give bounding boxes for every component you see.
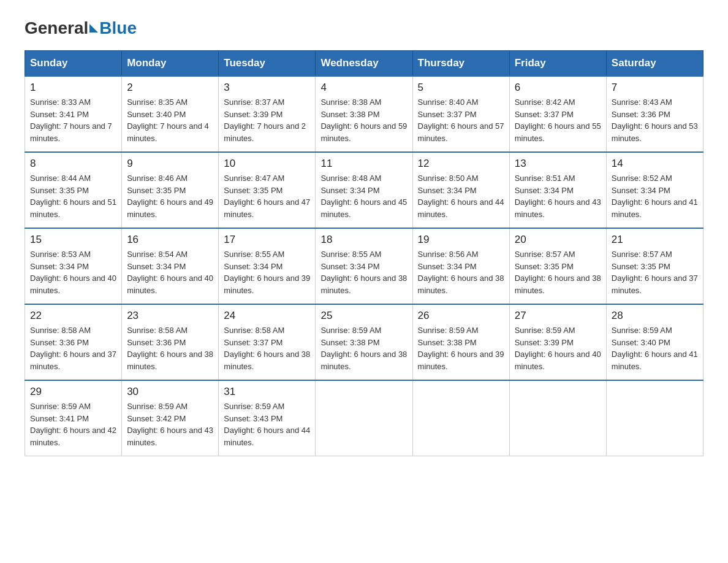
day-number: 11: [320, 158, 407, 170]
day-number: 14: [612, 158, 698, 170]
day-header-saturday: Saturday: [606, 51, 703, 77]
day-info: Sunrise: 8:55 AMSunset: 3:34 PMDaylight:…: [320, 250, 407, 295]
day-cell: 27 Sunrise: 8:59 AMSunset: 3:39 PMDaylig…: [509, 304, 606, 380]
day-number: 7: [612, 82, 698, 94]
day-header-sunday: Sunday: [25, 51, 122, 77]
day-info: Sunrise: 8:43 AMSunset: 3:36 PMDaylight:…: [612, 98, 698, 143]
day-header-thursday: Thursday: [412, 51, 509, 77]
day-number: 15: [30, 234, 116, 246]
day-number: 27: [515, 310, 601, 322]
day-cell: 31 Sunrise: 8:59 AMSunset: 3:43 PMDaylig…: [219, 380, 316, 456]
day-number: 29: [30, 386, 116, 398]
day-cell: 6 Sunrise: 8:42 AMSunset: 3:37 PMDayligh…: [509, 76, 606, 152]
day-number: 24: [224, 310, 310, 322]
day-number: 28: [612, 310, 698, 322]
day-number: 1: [30, 82, 116, 94]
day-number: 25: [320, 310, 407, 322]
day-number: 22: [30, 310, 116, 322]
day-info: Sunrise: 8:59 AMSunset: 3:38 PMDaylight:…: [320, 326, 407, 371]
day-cell: [412, 380, 509, 456]
day-info: Sunrise: 8:33 AMSunset: 3:41 PMDaylight:…: [30, 98, 112, 143]
day-info: Sunrise: 8:59 AMSunset: 3:41 PMDaylight:…: [30, 402, 116, 447]
day-number: 4: [320, 82, 407, 94]
day-cell: 3 Sunrise: 8:37 AMSunset: 3:39 PMDayligh…: [219, 76, 316, 152]
day-number: 19: [418, 234, 504, 246]
week-row-3: 15 Sunrise: 8:53 AMSunset: 3:34 PMDaylig…: [25, 228, 703, 304]
day-number: 23: [127, 310, 213, 322]
logo-general-text: General: [25, 18, 88, 38]
day-number: 21: [612, 234, 698, 246]
logo-arrow-icon: [89, 24, 98, 33]
day-cell: 8 Sunrise: 8:44 AMSunset: 3:35 PMDayligh…: [25, 152, 122, 228]
day-info: Sunrise: 8:37 AMSunset: 3:39 PMDaylight:…: [224, 98, 306, 143]
day-info: Sunrise: 8:47 AMSunset: 3:35 PMDaylight:…: [224, 174, 310, 219]
day-info: Sunrise: 8:42 AMSunset: 3:37 PMDaylight:…: [515, 98, 601, 143]
day-number: 3: [224, 82, 310, 94]
day-number: 17: [224, 234, 310, 246]
day-cell: 18 Sunrise: 8:55 AMSunset: 3:34 PMDaylig…: [316, 228, 412, 304]
day-info: Sunrise: 8:44 AMSunset: 3:35 PMDaylight:…: [30, 174, 116, 219]
day-cell: 15 Sunrise: 8:53 AMSunset: 3:34 PMDaylig…: [25, 228, 122, 304]
day-cell: 22 Sunrise: 8:58 AMSunset: 3:36 PMDaylig…: [25, 304, 122, 380]
day-info: Sunrise: 8:50 AMSunset: 3:34 PMDaylight:…: [418, 174, 504, 219]
day-number: 18: [320, 234, 407, 246]
day-number: 12: [418, 158, 504, 170]
day-info: Sunrise: 8:57 AMSunset: 3:35 PMDaylight:…: [612, 250, 698, 295]
day-cell: 21 Sunrise: 8:57 AMSunset: 3:35 PMDaylig…: [606, 228, 703, 304]
day-cell: [316, 380, 412, 456]
day-info: Sunrise: 8:59 AMSunset: 3:43 PMDaylight:…: [224, 402, 310, 447]
day-number: 6: [515, 82, 601, 94]
day-info: Sunrise: 8:58 AMSunset: 3:37 PMDaylight:…: [224, 326, 310, 371]
day-cell: 28 Sunrise: 8:59 AMSunset: 3:40 PMDaylig…: [606, 304, 703, 380]
day-number: 26: [418, 310, 504, 322]
day-cell: 1 Sunrise: 8:33 AMSunset: 3:41 PMDayligh…: [25, 76, 122, 152]
day-number: 30: [127, 386, 213, 398]
day-info: Sunrise: 8:38 AMSunset: 3:38 PMDaylight:…: [320, 98, 407, 143]
day-info: Sunrise: 8:35 AMSunset: 3:40 PMDaylight:…: [127, 98, 209, 143]
day-cell: 11 Sunrise: 8:48 AMSunset: 3:34 PMDaylig…: [316, 152, 412, 228]
day-header-wednesday: Wednesday: [316, 51, 412, 77]
day-header-friday: Friday: [509, 51, 606, 77]
day-info: Sunrise: 8:51 AMSunset: 3:34 PMDaylight:…: [515, 174, 601, 219]
day-info: Sunrise: 8:48 AMSunset: 3:34 PMDaylight:…: [320, 174, 407, 219]
calendar-table: SundayMondayTuesdayWednesdayThursdayFrid…: [25, 50, 703, 456]
day-info: Sunrise: 8:58 AMSunset: 3:36 PMDaylight:…: [30, 326, 116, 371]
day-cell: 5 Sunrise: 8:40 AMSunset: 3:37 PMDayligh…: [412, 76, 509, 152]
day-cell: 17 Sunrise: 8:55 AMSunset: 3:34 PMDaylig…: [219, 228, 316, 304]
day-number: 13: [515, 158, 601, 170]
day-info: Sunrise: 8:59 AMSunset: 3:38 PMDaylight:…: [418, 326, 504, 371]
day-info: Sunrise: 8:56 AMSunset: 3:34 PMDaylight:…: [418, 250, 504, 295]
day-number: 20: [515, 234, 601, 246]
week-row-4: 22 Sunrise: 8:58 AMSunset: 3:36 PMDaylig…: [25, 304, 703, 380]
day-number: 2: [127, 82, 213, 94]
days-header-row: SundayMondayTuesdayWednesdayThursdayFrid…: [25, 51, 703, 77]
day-cell: 14 Sunrise: 8:52 AMSunset: 3:34 PMDaylig…: [606, 152, 703, 228]
day-number: 31: [224, 386, 310, 398]
day-cell: 20 Sunrise: 8:57 AMSunset: 3:35 PMDaylig…: [509, 228, 606, 304]
day-info: Sunrise: 8:59 AMSunset: 3:39 PMDaylight:…: [515, 326, 601, 371]
day-info: Sunrise: 8:40 AMSunset: 3:37 PMDaylight:…: [418, 98, 504, 143]
week-row-5: 29 Sunrise: 8:59 AMSunset: 3:41 PMDaylig…: [25, 380, 703, 456]
day-cell: 19 Sunrise: 8:56 AMSunset: 3:34 PMDaylig…: [412, 228, 509, 304]
day-cell: [509, 380, 606, 456]
day-number: 8: [30, 158, 116, 170]
logo: General Blue: [25, 18, 137, 38]
day-header-tuesday: Tuesday: [219, 51, 316, 77]
logo-blue-text: Blue: [99, 18, 137, 38]
day-cell: 12 Sunrise: 8:50 AMSunset: 3:34 PMDaylig…: [412, 152, 509, 228]
day-cell: 30 Sunrise: 8:59 AMSunset: 3:42 PMDaylig…: [122, 380, 219, 456]
week-row-2: 8 Sunrise: 8:44 AMSunset: 3:35 PMDayligh…: [25, 152, 703, 228]
day-cell: 9 Sunrise: 8:46 AMSunset: 3:35 PMDayligh…: [122, 152, 219, 228]
day-cell: 7 Sunrise: 8:43 AMSunset: 3:36 PMDayligh…: [606, 76, 703, 152]
day-info: Sunrise: 8:57 AMSunset: 3:35 PMDaylight:…: [515, 250, 601, 295]
day-cell: 26 Sunrise: 8:59 AMSunset: 3:38 PMDaylig…: [412, 304, 509, 380]
day-info: Sunrise: 8:46 AMSunset: 3:35 PMDaylight:…: [127, 174, 213, 219]
day-number: 10: [224, 158, 310, 170]
day-number: 9: [127, 158, 213, 170]
day-info: Sunrise: 8:52 AMSunset: 3:34 PMDaylight:…: [612, 174, 698, 219]
day-number: 16: [127, 234, 213, 246]
day-info: Sunrise: 8:54 AMSunset: 3:34 PMDaylight:…: [127, 250, 213, 295]
day-header-monday: Monday: [122, 51, 219, 77]
day-info: Sunrise: 8:58 AMSunset: 3:36 PMDaylight:…: [127, 326, 213, 371]
day-number: 5: [418, 82, 504, 94]
